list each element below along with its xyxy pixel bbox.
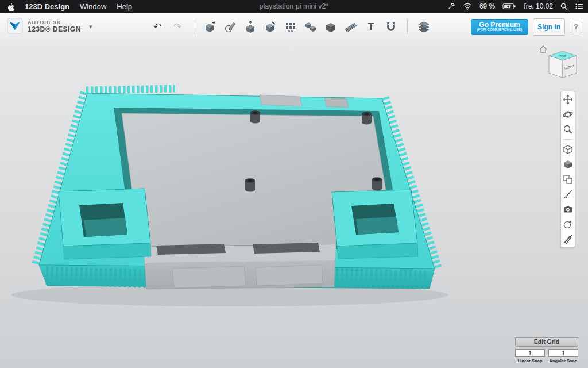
tools-icon[interactable]: [447, 2, 455, 10]
vent-slot: [253, 243, 320, 254]
toolbar-divider: [194, 20, 194, 34]
screw-post: [250, 110, 260, 123]
case-model[interactable]: [0, 41, 588, 368]
brand-123d-design: 123D® DESIGN: [28, 26, 81, 33]
list-icon[interactable]: [575, 3, 583, 10]
material-icon[interactable]: [563, 219, 573, 229]
go-premium-button[interactable]: Go Premium (FOR COMMERCIAL USE): [471, 19, 528, 35]
battery-percent: 69 %: [479, 2, 495, 10]
measure-icon[interactable]: [343, 20, 358, 34]
layers-icon[interactable]: [416, 20, 431, 34]
chevron-down-icon[interactable]: ▾: [89, 23, 92, 30]
text-tool-icon[interactable]: T: [363, 20, 378, 34]
menubar-clock[interactable]: fre. 10.02: [524, 2, 553, 10]
menu-window[interactable]: Window: [80, 2, 106, 11]
vent-slot: [156, 244, 226, 255]
brand-text: AUTODESK 123D® DESIGN: [28, 20, 81, 33]
left-tower[interactable]: [59, 189, 151, 259]
home-icon[interactable]: [540, 46, 547, 52]
undo-button[interactable]: ↶: [150, 20, 165, 34]
go-premium-sub: (FOR COMMERCIAL USE): [471, 28, 528, 32]
hide-sketch-icon[interactable]: [563, 234, 573, 244]
pan-icon[interactable]: [563, 94, 573, 105]
rail-divider: [563, 139, 572, 140]
apple-menu[interactable]: [7, 2, 14, 11]
app-menu[interactable]: 123D Design: [25, 2, 69, 11]
app-window: 123D Design Window Help playstation pi m…: [0, 0, 588, 368]
screw-post: [372, 177, 382, 190]
orbit-icon[interactable]: [563, 109, 573, 120]
toolbar-right: Go Premium (FOR COMMERCIAL USE) Sign In …: [471, 18, 588, 36]
modify-icon[interactable]: [263, 20, 278, 34]
angular-snap-label: Angular Snap: [548, 358, 578, 363]
app-toolbar: AUTODESK 123D® DESIGN ▾ ↶ ↷: [0, 13, 588, 41]
sketch-icon[interactable]: [223, 20, 238, 34]
view-cube[interactable]: TOP RIGHT: [539, 44, 580, 81]
linear-snap-label: Linear Snap: [515, 358, 545, 363]
grouping-icon[interactable]: [303, 20, 318, 34]
grid-panel: Edit Grid Linear Snap Angular Snap: [515, 337, 578, 363]
menubar: 123D Design Window Help playstation pi m…: [0, 0, 588, 13]
screenshot-icon[interactable]: [563, 204, 573, 214]
rear-notch: [324, 98, 349, 108]
menu-help[interactable]: Help: [117, 2, 132, 11]
autodesk-logo-icon: [7, 18, 23, 36]
shaded-view-icon[interactable]: [563, 159, 573, 170]
construct-icon[interactable]: [243, 20, 258, 34]
help-button[interactable]: ?: [570, 21, 582, 33]
screw-post: [245, 178, 255, 191]
toolbar-divider: [407, 20, 408, 34]
screw-post: [362, 112, 372, 124]
group-view-icon[interactable]: [563, 174, 573, 185]
pattern-icon[interactable]: [283, 20, 298, 34]
measure-icon[interactable]: [563, 189, 573, 200]
viewcube-icon[interactable]: [563, 144, 573, 155]
view-tool-rail: [560, 91, 575, 248]
primitives-icon[interactable]: [203, 20, 218, 34]
sign-in-button[interactable]: Sign In: [533, 18, 565, 36]
wifi-icon[interactable]: [463, 3, 472, 10]
app-brand[interactable]: AUTODESK 123D® DESIGN ▾: [0, 18, 110, 36]
linear-snap-input[interactable]: [515, 349, 545, 357]
angular-snap-input[interactable]: [548, 349, 578, 357]
tool-strip: ↶ ↷: [110, 20, 471, 34]
combine-icon[interactable]: [323, 20, 338, 34]
search-icon[interactable]: [560, 3, 568, 10]
battery-icon[interactable]: [502, 3, 516, 10]
zoom-icon[interactable]: [563, 124, 573, 135]
viewcube-top-label: TOP: [559, 55, 566, 58]
snap-icon[interactable]: [384, 20, 399, 34]
edit-grid-button[interactable]: Edit Grid: [515, 337, 578, 347]
right-tower[interactable]: [332, 190, 418, 259]
redo-button[interactable]: ↷: [170, 20, 185, 34]
viewport-3d[interactable]: TOP RIGHT: [0, 41, 588, 368]
rear-notch: [260, 95, 302, 106]
